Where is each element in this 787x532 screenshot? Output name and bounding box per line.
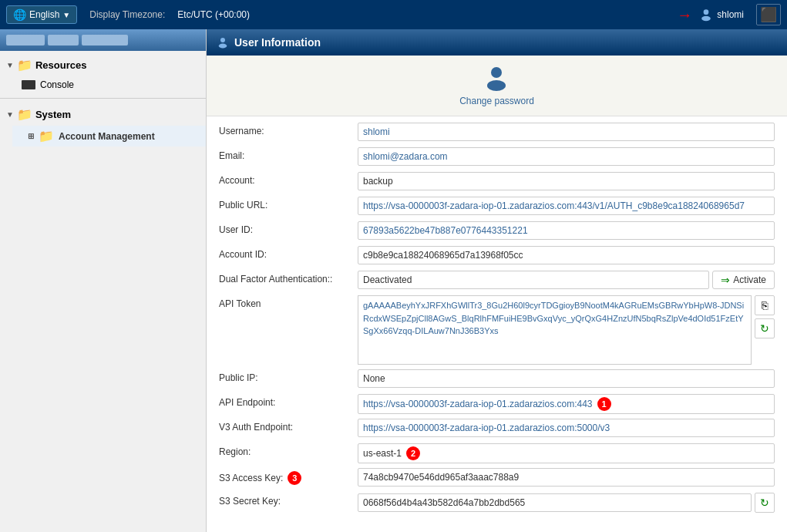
nav-bar-block-2 (48, 35, 79, 45)
svg-point-3 (219, 44, 227, 49)
api-endpoint-value: https://vsa-0000003f-zadara-iop-01.zadar… (358, 394, 775, 414)
public-ip-row: Public IP: None (219, 369, 775, 389)
change-password-section: Change password (207, 56, 787, 116)
sidebar-item-account-management[interactable]: ⊞ 📁 Account Management (12, 126, 206, 146)
sidebar-item-console[interactable]: Console (0, 76, 206, 93)
activate-label: Activate (733, 274, 766, 285)
api-token-text: gAAAAABeyhYxJRFXhGWllTr3_8Gu2H60l9cyrTDG… (363, 301, 744, 335)
user-id-value: 67893a5622be47b887e0776443351221 (358, 221, 775, 240)
copy-icon: ⎘ (762, 299, 768, 311)
api-endpoint-badge: 1 (597, 397, 611, 411)
refresh-token-button[interactable]: ↻ (755, 318, 775, 338)
public-ip-label: Public IP: (219, 369, 358, 386)
s3-secret-row: S3 Secret Key: 0668f56d4b4a43b582d64a7bb… (219, 493, 775, 513)
activate-arrow-icon: ⇒ (721, 274, 730, 286)
person-icon (483, 65, 510, 93)
account-id-row: Account ID: c9b8e9ca18824068965d7a13968f… (219, 246, 775, 266)
v3-auth-label: V3 Auth Endpoint: (219, 419, 358, 436)
api-token-row: API Token gAAAAABeyhYxJRFXhGWllTr3_8Gu2H… (219, 295, 775, 365)
v3-auth-value: https://vsa-0000003f-zadara-iop-01.zadar… (358, 419, 775, 437)
content-title: User Information (234, 36, 321, 49)
console-icon (22, 80, 35, 89)
region-label: Region: (219, 443, 358, 460)
resources-label: Resources (35, 59, 86, 71)
public-ip-text: None (363, 373, 385, 384)
dropdown-icon: ▼ (62, 11, 70, 19)
api-token-label: API Token (219, 295, 358, 312)
system-group[interactable]: ▼ 📁 System (0, 103, 206, 126)
email-text: shlomi@zadara.com (363, 151, 448, 162)
s3-access-row: S3 Access Key: 3 74a8cb9470e546dd965af3a… (219, 468, 775, 488)
s3-secret-group: 0668f56d4b4a43b582d64a7bb2dbd565 ↻ (358, 493, 775, 513)
s3-access-label-text: S3 Access Key: (219, 473, 283, 483)
nav-bar-block-3 (82, 35, 128, 45)
account-id-value: c9b8e9ca18824068965d7a13968f05cc (358, 246, 775, 264)
user-profile[interactable]: shlomi (698, 7, 744, 22)
dual-factor-text: Deactivated (363, 274, 412, 285)
account-folder-icon: 📁 (39, 129, 54, 143)
dual-factor-row: Dual Factor Authentication:: Deactivated… (219, 271, 775, 291)
account-management-label: Account Management (59, 131, 155, 142)
system-collapse-icon: ▼ (6, 110, 14, 119)
logout-icon[interactable]: ⬛ (756, 4, 781, 25)
content-area: User Information Change password Usernam… (207, 29, 787, 532)
refresh-s3-secret-icon: ↻ (760, 497, 769, 509)
sidebar-nav-bar (6, 35, 128, 45)
s3-secret-text: 0668f56d4b4a43b582d64a7bb2dbd565 (363, 497, 525, 508)
resources-section: ▼ 📁 Resources Console (0, 51, 206, 96)
public-ip-value: None (358, 369, 775, 388)
account-management-subgroup: ⊞ 📁 Account Management (0, 126, 206, 146)
account-id-text: c9b8e9ca18824068965d7a13968f05cc (363, 250, 523, 261)
username-value: shlomi (358, 123, 775, 141)
account-label: Account: (219, 172, 358, 189)
system-label: System (35, 109, 71, 120)
account-id-label: Account ID: (219, 246, 358, 263)
api-endpoint-text: https://vsa-0000003f-zadara-iop-01.zadar… (363, 399, 593, 409)
email-row: Email: shlomi@zadara.com (219, 147, 775, 167)
email-value: shlomi@zadara.com (358, 147, 775, 166)
language-label: English (29, 9, 59, 20)
resources-group[interactable]: ▼ 📁 Resources (0, 54, 206, 76)
public-url-label: Public URL: (219, 197, 358, 214)
nav-bar-block-1 (6, 35, 45, 45)
system-section: ▼ 📁 System ⊞ 📁 Account Management (0, 100, 206, 150)
account-text: backup (363, 176, 393, 187)
svg-point-2 (220, 38, 225, 42)
timezone-value: Etc/UTC (+00:00) (177, 9, 250, 20)
activate-button[interactable]: ⇒ Activate (712, 271, 775, 289)
token-buttons: ⎘ ↻ (755, 295, 775, 338)
user-id-label: User ID: (219, 221, 358, 238)
v3-auth-row: V3 Auth Endpoint: https://vsa-0000003f-z… (219, 419, 775, 439)
folder-icon: 📁 (17, 58, 32, 72)
username-display: shlomi (717, 9, 744, 20)
svg-point-1 (701, 16, 711, 22)
region-text: us-east-1 (363, 448, 402, 459)
dual-factor-group: Deactivated ⇒ Activate (358, 271, 775, 289)
user-id-row: User ID: 67893a5622be47b887e077644335122… (219, 221, 775, 241)
user-info-icon (216, 35, 230, 49)
api-token-area: gAAAAABeyhYxJRFXhGWllTr3_8Gu2H60l9cyrTDG… (358, 295, 775, 365)
sidebar-header (0, 29, 206, 51)
username-row: Username: shlomi (219, 123, 775, 143)
public-url-row: Public URL: https://vsa-0000003f-zadara-… (219, 197, 775, 217)
sidebar: ▼ 📁 Resources Console ▼ 📁 System ⊞ 📁 Acc… (0, 29, 207, 532)
top-bar: 🌐 English ▼ Display Timezone: Etc/UTC (+… (0, 0, 787, 29)
refresh-s3-secret-button[interactable]: ↻ (755, 493, 775, 513)
user-area: → shlomi ⬛ (677, 4, 781, 25)
s3-access-label: S3 Access Key: 3 (219, 468, 358, 488)
change-password-label: Change password (459, 96, 534, 106)
user-id-text: 67893a5622be47b887e0776443351221 (363, 225, 528, 236)
collapse-icon: ▼ (6, 61, 14, 69)
region-value: us-east-1 2 (358, 443, 775, 463)
language-selector[interactable]: 🌐 English ▼ (6, 5, 77, 24)
v3-auth-text: https://vsa-0000003f-zadara-iop-01.zadar… (363, 423, 610, 433)
s3-secret-label: S3 Secret Key: (219, 493, 358, 510)
content-header: User Information (207, 29, 787, 56)
change-password-button[interactable]: Change password (459, 65, 534, 106)
api-token-value: gAAAAABeyhYxJRFXhGWllTr3_8Gu2H60l9cyrTDG… (358, 295, 752, 365)
region-row: Region: us-east-1 2 (219, 443, 775, 463)
api-endpoint-label: API Endpoint: (219, 394, 358, 411)
username-label: Username: (219, 123, 358, 140)
s3-access-text: 74a8cb9470e546dd965af3aaac788a9 (363, 472, 519, 483)
copy-token-button[interactable]: ⎘ (755, 295, 775, 315)
